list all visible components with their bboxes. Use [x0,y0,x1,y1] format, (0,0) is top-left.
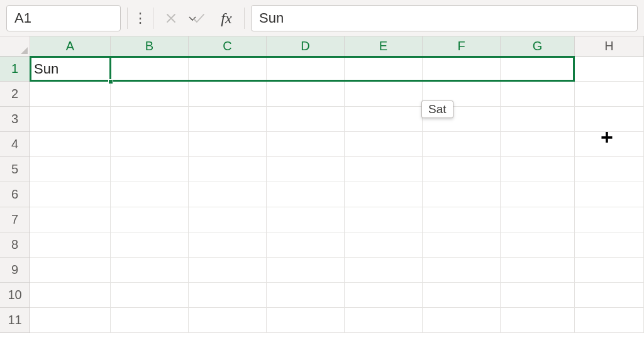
cell-G4[interactable] [501,132,575,157]
cell-G8[interactable] [501,232,575,258]
cell-A9[interactable] [30,258,111,283]
cell-G7[interactable] [501,207,575,232]
select-all-corner[interactable] [0,36,30,57]
column-header-F[interactable]: F [423,36,501,57]
column-header-E[interactable]: E [345,36,423,57]
cell-D4[interactable] [267,132,345,157]
cell-A4[interactable] [30,132,111,157]
cancel-formula-button[interactable] [160,7,182,30]
cell-H1[interactable] [575,57,644,82]
cell-H5[interactable] [575,157,644,182]
insert-function-button[interactable]: fx [215,7,238,30]
cell-H8[interactable] [575,232,644,258]
cell-F7[interactable] [423,207,501,232]
cell-D7[interactable] [267,207,345,232]
cell-D11[interactable] [267,308,345,333]
row-header-6[interactable]: 6 [0,182,30,207]
cell-B10[interactable] [111,283,189,308]
cell-B4[interactable] [111,132,189,157]
row-header-10[interactable]: 10 [0,283,30,308]
cell-C5[interactable] [189,157,267,182]
cell-D1[interactable] [267,57,345,82]
cell-E6[interactable] [345,182,423,207]
cell-B5[interactable] [111,157,189,182]
cell-H6[interactable] [575,182,644,207]
cell-C6[interactable] [189,182,267,207]
cell-E9[interactable] [345,258,423,283]
cell-H9[interactable] [575,258,644,283]
cell-C1[interactable] [189,57,267,82]
cell-C4[interactable] [189,132,267,157]
cell-D2[interactable] [267,82,345,107]
cell-H3[interactable] [575,107,644,132]
row-header-11[interactable]: 11 [0,308,30,333]
cell-B3[interactable] [111,107,189,132]
cell-F3[interactable] [423,107,501,132]
cell-A7[interactable] [30,207,111,232]
cell-F10[interactable] [423,283,501,308]
spreadsheet-grid[interactable]: A B C D E F G H 1 Sun 2 3 [0,36,644,338]
cell-B6[interactable] [111,182,189,207]
cell-B11[interactable] [111,308,189,333]
cell-C7[interactable] [189,207,267,232]
cell-E11[interactable] [345,308,423,333]
cell-G3[interactable] [501,107,575,132]
cell-D9[interactable] [267,258,345,283]
row-header-2[interactable]: 2 [0,82,30,107]
column-header-C[interactable]: C [189,36,267,57]
row-header-8[interactable]: 8 [0,232,30,258]
cell-D10[interactable] [267,283,345,308]
cell-F2[interactable] [423,82,501,107]
cell-D8[interactable] [267,232,345,258]
cell-H4[interactable] [575,132,644,157]
cell-F1[interactable] [423,57,501,82]
cell-A3[interactable] [30,107,111,132]
cell-E5[interactable] [345,157,423,182]
enter-formula-button[interactable] [187,7,210,30]
cell-E2[interactable] [345,82,423,107]
cell-E7[interactable] [345,207,423,232]
row-header-1[interactable]: 1 [0,57,30,82]
cell-E4[interactable] [345,132,423,157]
cell-D5[interactable] [267,157,345,182]
column-header-A[interactable]: A [30,36,111,57]
column-header-G[interactable]: G [501,36,575,57]
cell-F4[interactable] [423,132,501,157]
cell-H11[interactable] [575,308,644,333]
cell-H2[interactable] [575,82,644,107]
cell-H7[interactable] [575,207,644,232]
cell-A11[interactable] [30,308,111,333]
name-box[interactable] [6,5,121,31]
cell-B2[interactable] [111,82,189,107]
cell-A5[interactable] [30,157,111,182]
cell-C8[interactable] [189,232,267,258]
cell-C11[interactable] [189,308,267,333]
cell-E3[interactable] [345,107,423,132]
row-header-9[interactable]: 9 [0,258,30,283]
column-header-B[interactable]: B [111,36,189,57]
cell-B1[interactable] [111,57,189,82]
cell-G11[interactable] [501,308,575,333]
cell-F9[interactable] [423,258,501,283]
cell-G1[interactable] [501,57,575,82]
cell-F8[interactable] [423,232,501,258]
cell-G6[interactable] [501,182,575,207]
row-header-3[interactable]: 3 [0,107,30,132]
row-header-5[interactable]: 5 [0,157,30,182]
cell-A6[interactable] [30,182,111,207]
cell-B8[interactable] [111,232,189,258]
cell-F6[interactable] [423,182,501,207]
cell-G9[interactable] [501,258,575,283]
cell-B7[interactable] [111,207,189,232]
cell-D6[interactable] [267,182,345,207]
column-header-D[interactable]: D [267,36,345,57]
cell-F5[interactable] [423,157,501,182]
cell-D3[interactable] [267,107,345,132]
row-header-7[interactable]: 7 [0,207,30,232]
formula-input[interactable]: Sun [251,5,638,31]
more-options-icon[interactable]: ⋮ [134,11,147,25]
cell-A8[interactable] [30,232,111,258]
cell-E1[interactable] [345,57,423,82]
cell-C10[interactable] [189,283,267,308]
row-header-4[interactable]: 4 [0,132,30,157]
